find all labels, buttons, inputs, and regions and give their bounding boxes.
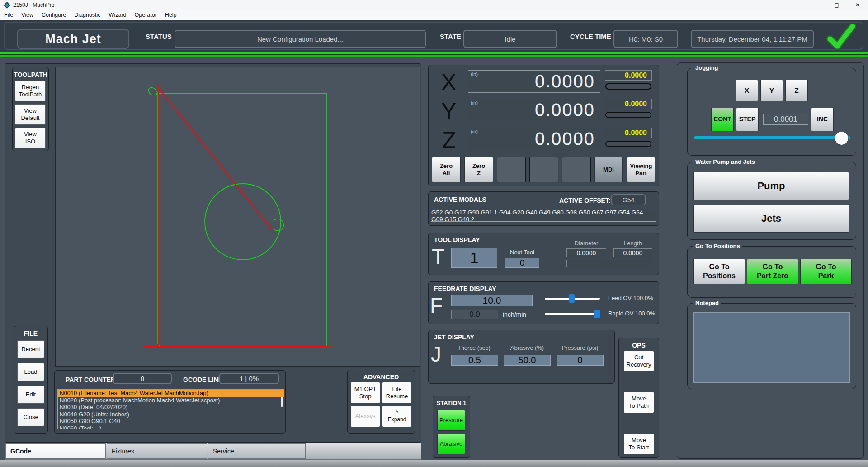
tab-gcode[interactable]: GCode	[5, 443, 106, 459]
file-recent-button[interactable]: Recent	[17, 340, 44, 358]
gcode-list[interactable]: N0010 (Filename: Test Mach4 WaterJet Mac…	[57, 389, 284, 429]
part-counter-label: PART COUNTER:	[66, 376, 118, 383]
dro-y-offset: 0.0000	[605, 99, 652, 109]
tab-service[interactable]: Service	[208, 443, 306, 459]
file-edit-button[interactable]: Edit	[17, 386, 44, 404]
view-default-button[interactable]: View Default	[15, 104, 46, 125]
menubar: File View Configure Diagnostic Wizard Op…	[0, 10, 868, 20]
gcode-list-item[interactable]: N0040 G20 (Units: Inches)	[58, 411, 284, 418]
view-iso-button[interactable]: View ISO	[15, 128, 46, 148]
green-divider	[0, 52, 868, 57]
rapid-override-slider-thumb[interactable]	[594, 310, 600, 318]
goto-park-button[interactable]: Go To Park	[800, 259, 852, 284]
jog-speed-slider-thumb[interactable]	[835, 131, 849, 145]
zero-z-button[interactable]: Zero Z	[464, 157, 493, 182]
current-tool-value[interactable]: 1	[451, 248, 497, 268]
mdi-button[interactable]: MDI	[594, 157, 623, 182]
cycle-time-label: CYCLE TIME	[570, 33, 611, 40]
tab-fixtures[interactable]: Fixtures	[107, 443, 207, 459]
feed-override-slider-thumb[interactable]	[569, 294, 575, 303]
menu-diagnostic[interactable]: Diagnostic	[70, 10, 104, 20]
goto-positions-button[interactable]: Go To Positions	[693, 259, 745, 284]
dro-y-unit: (in)	[471, 100, 478, 105]
dro-x[interactable]: (in) 0.0000	[468, 70, 600, 93]
jog-step-button[interactable]: STEP	[736, 108, 759, 131]
gcode-list-item[interactable]: N0020 (Post processor: MachMotion Mach4 …	[58, 397, 284, 404]
station-pressure-button[interactable]: Pressure	[437, 410, 465, 431]
next-tool-label: Next Tool	[503, 249, 542, 256]
abrasive-value[interactable]: 50.0	[504, 355, 551, 366]
rapid-ov-label: Rapid OV 100.0%	[608, 310, 655, 317]
viewing-part-button[interactable]: Viewing Part	[627, 157, 655, 182]
gcode-line-value: 1 | 0%	[219, 373, 279, 384]
gcode-list-item[interactable]: N0050 G90 G90.1 G40	[58, 418, 284, 425]
dro-z[interactable]: (in) 0.0000	[468, 128, 600, 150]
dro-x-unit: (in)	[471, 71, 478, 77]
menu-configure[interactable]: Configure	[38, 10, 70, 20]
pierce-value[interactable]: 0.5	[451, 355, 498, 366]
pump-jets-legend: Water Pump and Jets	[693, 158, 757, 165]
cut-recovery-button[interactable]: Cut Recovery	[624, 351, 654, 371]
minimize-icon[interactable]: ─	[806, 0, 826, 10]
file-resume-button[interactable]: File Resume	[382, 382, 411, 403]
goto-part-zero-button[interactable]: Go To Part Zero	[747, 259, 798, 284]
station-abrasive-button[interactable]: Abrasive	[437, 434, 465, 454]
regen-toolpath-button[interactable]: Regen ToolPath	[15, 81, 46, 101]
jog-cont-button[interactable]: CONT	[711, 108, 734, 131]
jog-z-button[interactable]: Z	[785, 80, 808, 101]
m1-opt-stop-button[interactable]: M1 OPT Stop	[351, 382, 380, 403]
active-modals-title: ACTIVE MODALS	[434, 196, 486, 203]
menu-operator[interactable]: Operator	[131, 10, 161, 20]
gcode-list-item[interactable]: N0030 (Date: 04/02/2020)	[58, 404, 284, 411]
file-load-button[interactable]: Load	[17, 363, 44, 381]
dro-z-load-bar	[605, 141, 651, 147]
gcode-list-item[interactable]: N0010 (Filename: Test Mach4 WaterJet Mac…	[58, 390, 284, 397]
toolpath-panel-title: TOOLPATH	[13, 71, 48, 78]
zero-all-button[interactable]: Zero All	[432, 157, 461, 182]
goto-legend: Go To Positions	[693, 243, 742, 249]
pressure-value[interactable]: 0	[557, 355, 604, 366]
state-field: Idle	[463, 30, 557, 48]
dro-z-value: 0.0000	[534, 128, 594, 150]
ops-panel-title: OPS	[619, 342, 659, 349]
gcode-list-scrollbar[interactable]	[281, 397, 283, 407]
file-close-button[interactable]: Close	[17, 408, 44, 426]
window-title: 2150J - MachPro	[13, 2, 54, 8]
axis-x-letter: X	[441, 71, 456, 94]
gcode-list-item[interactable]: N0060 (Tool: ...)	[58, 425, 284, 429]
active-offset-label: ACTIVE OFFSET:	[559, 197, 611, 204]
expand-button[interactable]: ^ Expand	[382, 406, 411, 427]
menu-help[interactable]: Help	[161, 10, 181, 20]
status-label: STATUS	[146, 33, 172, 40]
pump-button[interactable]: Pump	[693, 172, 849, 200]
notepad-legend: Notepad	[693, 300, 721, 306]
rapid-override-slider[interactable]	[545, 313, 600, 315]
dro-y[interactable]: (in) 0.0000	[468, 99, 600, 121]
maximize-icon[interactable]: ▢	[826, 0, 847, 10]
file-panel-title: FILE	[14, 330, 47, 337]
menu-file[interactable]: File	[0, 10, 17, 20]
alexsys-button[interactable]: Alexsys	[351, 406, 380, 427]
empty-button-2	[529, 157, 558, 182]
jog-increment-field[interactable]: 0.0001	[763, 114, 808, 125]
jets-button[interactable]: Jets	[693, 205, 849, 233]
menu-wizard[interactable]: Wizard	[105, 10, 131, 20]
dro-x-offset: 0.0000	[605, 70, 652, 81]
notepad-textarea[interactable]	[693, 312, 850, 383]
jog-y-button[interactable]: Y	[760, 80, 783, 101]
menu-view[interactable]: View	[17, 10, 38, 20]
dro-y-value: 0.0000	[534, 99, 594, 121]
move-to-path-button[interactable]: Move To Path	[624, 392, 654, 413]
jog-inc-button[interactable]: INC	[811, 108, 834, 131]
close-icon[interactable]: ✕	[847, 0, 868, 10]
next-tool-value[interactable]: 0	[505, 258, 539, 268]
jog-speed-slider[interactable]	[694, 136, 850, 139]
window-bottom-strip	[0, 460, 868, 467]
jog-x-button[interactable]: X	[736, 80, 758, 101]
move-to-start-button[interactable]: Move To Start	[624, 434, 654, 454]
dro-z-offset: 0.0000	[605, 128, 652, 138]
feedrate-programmed[interactable]: 10.0	[451, 295, 533, 306]
toolpath-display[interactable]	[55, 67, 420, 367]
pressure-label: Pressure (psi)	[557, 344, 604, 351]
machpro-window: 2150J - MachPro ─ ▢ ✕ File View Configur…	[0, 0, 868, 467]
